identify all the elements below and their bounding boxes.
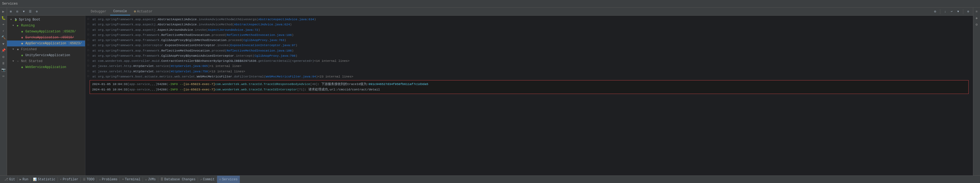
- run-btn[interactable]: ▶: [0, 9, 6, 14]
- log-thread-2: [io-65023-exec-7]: [183, 87, 215, 92]
- link4[interactable]: ReflectiveMethodInvocation.java:186: [227, 33, 292, 37]
- eureka-label: EurekaApplication :65010/: [25, 36, 74, 40]
- services-status-item[interactable]: ⚙ Services: [217, 176, 240, 183]
- tab-debugger[interactable]: Debugger: [88, 8, 110, 15]
- commit-icon: ↗: [200, 178, 202, 181]
- git-status-item[interactable]: ⎇ Git: [2, 176, 17, 183]
- link7[interactable]: ReflectiveMethodInvocation.java:186: [227, 48, 292, 53]
- appservice-label: AppServiceApplication :65023/: [25, 41, 82, 45]
- profile-btn[interactable]: ⚡: [0, 28, 6, 34]
- log-line-2: 2024-01-05 10:04:33 [app-service,,,] 542…: [92, 87, 966, 92]
- tree-root-spring-boot[interactable]: ▼ 🍃 Spring Boot: [7, 17, 85, 23]
- log-app-1: [app-service,,,]: [127, 82, 157, 87]
- tree-not-started-group[interactable]: ▼ ○ Not Started: [7, 58, 85, 64]
- expand-all-btn[interactable]: ⊞: [8, 9, 13, 14]
- problems-status-item[interactable]: ⚠ Problems: [97, 176, 119, 183]
- link6[interactable]: ExposeInvocationInterceptor.java:97: [230, 43, 296, 48]
- appservice-arrow: ▶: [16, 41, 19, 45]
- profiler-status-item[interactable]: ⚡ Profiler: [58, 176, 81, 183]
- pause-btn[interactable]: ⏸: [0, 60, 6, 67]
- db-changes-status-item[interactable]: 🗄 Database Changes: [158, 176, 198, 183]
- link5[interactable]: CglibAopProxy.java:763: [243, 38, 284, 42]
- coverage-btn[interactable]: ☂: [0, 22, 6, 27]
- db-changes-label: Database Changes: [164, 178, 196, 181]
- todo-status-item[interactable]: ☰ TODO: [81, 176, 97, 183]
- terminal-label: Terminal: [125, 178, 141, 181]
- not-started-label: Not Started: [21, 59, 42, 63]
- log-app-2: [app-service,,,]: [127, 87, 157, 92]
- eureka-arrow: ▶: [16, 36, 19, 40]
- scroll-end-btn[interactable]: ↓: [942, 9, 948, 14]
- log-class-2: com.wondertek.web.traceId.TraceIdInterce…: [215, 87, 298, 92]
- spring-icon: 🍃: [13, 18, 18, 22]
- tree-item-gateway[interactable]: ▶ ◉ GatewayApplication :65020/: [7, 29, 85, 35]
- run-status-item[interactable]: ▶ Run: [18, 176, 30, 183]
- camera-btn[interactable]: 📷: [0, 67, 6, 73]
- link8[interactable]: CglibAopProxy.java:708: [255, 53, 296, 58]
- settings-console-btn[interactable]: ⚙: [966, 9, 971, 14]
- right-btn-2[interactable]: ◈: [974, 15, 980, 21]
- link9[interactable]: HttpServlet.java:665: [171, 64, 208, 68]
- console-line: □ at org.springframework.aop.framework.R…: [88, 48, 971, 53]
- console-line: □ at org.springframework.boot.actuate.me…: [88, 74, 971, 79]
- problems-icon: ⚠: [99, 178, 101, 181]
- tree-item-webservice[interactable]: ▶ ◉ WebServiceApplication: [7, 64, 85, 70]
- todo-icon: ☰: [83, 178, 86, 181]
- tree-item-unity[interactable]: ▶ ◉ UnityServiceApplication: [7, 53, 85, 58]
- tab-console[interactable]: Console: [110, 8, 130, 15]
- title-text: Services: [2, 2, 18, 6]
- right-btn-1[interactable]: ≡: [974, 9, 980, 14]
- commit-status-item[interactable]: ↗ Commit: [198, 176, 217, 183]
- services-tree: ▼ 🍃 Spring Boot ▼ ▶ Running ▶ ◉ GatewayA…: [7, 16, 85, 175]
- statistic-label: Statistic: [38, 178, 56, 181]
- webservice-arrow: ▶: [16, 65, 19, 69]
- collapse-all-btn[interactable]: ⊟: [14, 9, 20, 14]
- terminal-status-item[interactable]: ⌨ Terminal: [120, 176, 143, 183]
- profiler-icon: ⚡: [60, 178, 62, 181]
- log-pid-1: 54288: [158, 82, 167, 87]
- debug-btn[interactable]: 🐛: [0, 15, 6, 21]
- line-icon: □: [88, 17, 91, 21]
- log-trace-1: 091c946527d34f958fb611af7c1d3da5: [369, 82, 428, 87]
- statistic-status-item[interactable]: 📊 Statistic: [31, 176, 57, 183]
- console-line: □ at javax.servlet.http.HttpServlet.serv…: [88, 69, 971, 74]
- link2[interactable]: AbstractAspectJAdvice.java:624: [234, 22, 290, 27]
- settings-btn[interactable]: ⚙: [0, 54, 6, 60]
- right-btn-3[interactable]: ⚙: [974, 22, 980, 27]
- build-btn[interactable]: 🔨: [0, 35, 6, 40]
- unity-arrow: ▶: [16, 53, 19, 57]
- not-started-icon: ○: [16, 59, 20, 64]
- todo-label: TODO: [87, 178, 94, 181]
- link1[interactable]: AbstractAspectJAdvice.java:634: [258, 17, 314, 22]
- pin-btn[interactable]: 📌: [0, 48, 6, 53]
- settings-services-btn[interactable]: ⚙: [34, 9, 40, 14]
- tree-item-eureka[interactable]: ▶ ◉ EurekaApplication :65010/: [7, 35, 85, 40]
- terminal-status-icon: ⌨: [122, 178, 124, 181]
- link11[interactable]: WebMvcMetricsFilter.java:94: [266, 74, 316, 79]
- terminal-btn[interactable]: ⌨: [0, 73, 6, 80]
- console-clear-btn[interactable]: ⊖: [932, 9, 938, 14]
- tree-item-appservice[interactable]: ▶ ◉ AppServiceApplication :65023/: [7, 40, 85, 46]
- filter-btn[interactable]: ▼: [0, 41, 6, 47]
- gateway-icon: ◉: [20, 29, 24, 34]
- filter-console-btn[interactable]: ▼: [955, 9, 961, 14]
- jvms-status-item[interactable]: ☕ JVMs: [143, 176, 158, 183]
- tree-running-group[interactable]: ▼ ▶ Running: [7, 23, 85, 29]
- console-line: □ at org.springframework.aop.aspectj.Abs…: [88, 17, 971, 22]
- webservice-icon: ◉: [20, 65, 24, 69]
- running-icon: ▶: [16, 24, 20, 28]
- log-msg-1: : 下游服务接收到的traceId值为:: [318, 82, 369, 87]
- link10[interactable]: HttpServlet.java:750: [171, 69, 208, 74]
- tab-console-label: Console: [113, 10, 127, 13]
- line-text2: AbstractAspectJAdvice: [158, 17, 197, 22]
- console-output[interactable]: □ at org.springframework.aop.aspectj.Abs…: [85, 16, 973, 175]
- link3[interactable]: AspectJAroundAdvice.java:72: [208, 27, 258, 32]
- tree-finished-group[interactable]: ▼ ■ Finished: [7, 46, 85, 53]
- eureka-icon: ◉: [20, 35, 24, 40]
- filter-services-btn[interactable]: ▼: [21, 9, 27, 14]
- line-icon: □: [88, 64, 91, 68]
- group-btn[interactable]: ☰: [27, 9, 33, 14]
- soft-wrap-btn[interactable]: ↩: [949, 9, 955, 14]
- title-bar: Services: [0, 0, 980, 8]
- tab-actuator[interactable]: ⚙ Actuator: [131, 8, 156, 15]
